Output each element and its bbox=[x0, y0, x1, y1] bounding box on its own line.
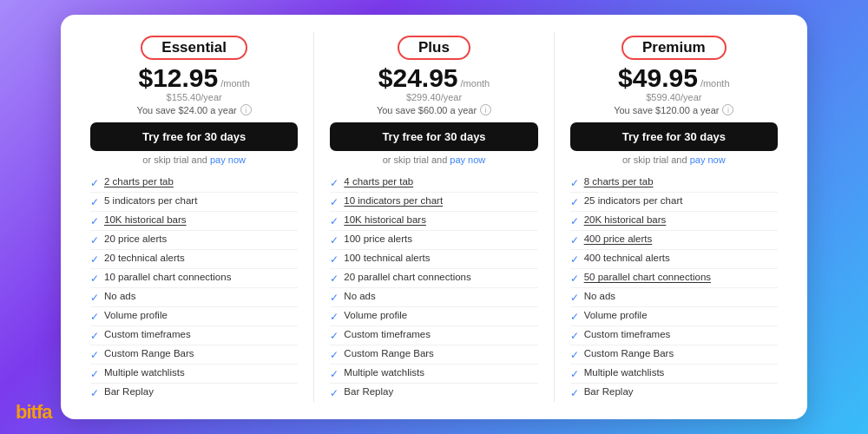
check-icon: ✓ bbox=[90, 177, 99, 189]
list-item: ✓20 parallel chart connections bbox=[330, 269, 537, 288]
check-icon: ✓ bbox=[570, 387, 579, 399]
check-icon: ✓ bbox=[330, 292, 339, 304]
price-row-premium: $49.95/month bbox=[618, 65, 729, 91]
check-icon: ✓ bbox=[90, 273, 99, 285]
list-item: ✓100 technical alerts bbox=[330, 250, 537, 269]
feature-text-essential-9: Custom Range Bars bbox=[104, 348, 194, 358]
price-amount-essential: $12.95 bbox=[138, 65, 218, 91]
list-item: ✓Bar Replay bbox=[330, 384, 537, 402]
list-item: ✓20 price alerts bbox=[90, 231, 298, 250]
cta-button-essential[interactable]: Try free for 30 days bbox=[90, 122, 298, 151]
feature-text-plus-1: 10 indicators per chart bbox=[344, 195, 443, 206]
feature-text-premium-2: 20K historical bars bbox=[584, 214, 667, 225]
check-icon: ✓ bbox=[90, 292, 99, 304]
check-icon: ✓ bbox=[90, 234, 99, 247]
feature-text-essential-0: 2 charts per tab bbox=[104, 176, 174, 187]
list-item: ✓100 price alerts bbox=[330, 231, 537, 250]
feature-text-plus-2: 10K historical bars bbox=[344, 214, 426, 225]
feature-text-premium-7: Volume profile bbox=[584, 310, 648, 320]
pay-now-link-essential[interactable]: pay now bbox=[210, 155, 246, 165]
skip-text-essential: or skip trial and bbox=[142, 155, 210, 165]
list-item: ✓Custom Range Bars bbox=[570, 345, 778, 365]
plan-name-premium: Premium bbox=[621, 36, 727, 60]
check-icon: ✓ bbox=[90, 311, 99, 323]
cta-button-plus[interactable]: Try free for 30 days bbox=[330, 122, 537, 151]
feature-text-plus-7: Volume profile bbox=[344, 310, 407, 320]
feature-text-plus-8: Custom timeframes bbox=[344, 329, 431, 339]
feature-text-premium-3: 400 price alerts bbox=[584, 233, 653, 244]
list-item: ✓Multiple watchlists bbox=[90, 365, 298, 384]
feature-text-essential-11: Bar Replay bbox=[104, 386, 154, 397]
check-icon: ✓ bbox=[570, 177, 579, 189]
list-item: ✓Volume profile bbox=[90, 307, 298, 326]
list-item: ✓Custom Range Bars bbox=[90, 345, 298, 365]
price-period-premium: /month bbox=[700, 78, 730, 89]
list-item: ✓Custom timeframes bbox=[330, 326, 537, 345]
skip-text-premium: or skip trial and bbox=[622, 155, 690, 165]
check-icon: ✓ bbox=[570, 273, 579, 285]
feature-text-premium-4: 400 technical alerts bbox=[584, 253, 670, 263]
feature-text-plus-3: 100 price alerts bbox=[344, 233, 412, 244]
price-row-essential: $12.95/month bbox=[138, 65, 249, 91]
list-item: ✓5 indicators per chart bbox=[90, 193, 298, 212]
check-icon: ✓ bbox=[330, 368, 339, 380]
feature-text-essential-6: No ads bbox=[104, 291, 135, 301]
cta-button-premium[interactable]: Try free for 30 days bbox=[570, 122, 778, 151]
list-item: ✓10 indicators per chart bbox=[330, 193, 537, 212]
save-text-essential: You save $24.00 a year bbox=[137, 105, 237, 115]
info-icon-premium[interactable]: i bbox=[722, 104, 733, 115]
check-icon: ✓ bbox=[330, 387, 339, 399]
check-icon: ✓ bbox=[330, 234, 339, 247]
feature-text-essential-10: Multiple watchlists bbox=[104, 367, 185, 378]
check-icon: ✓ bbox=[570, 292, 579, 304]
list-item: ✓10K historical bars bbox=[90, 212, 298, 231]
price-year-essential: $155.40/year bbox=[167, 92, 222, 102]
check-icon: ✓ bbox=[570, 253, 579, 266]
info-icon-essential[interactable]: i bbox=[240, 104, 252, 115]
feature-text-plus-10: Multiple watchlists bbox=[344, 367, 424, 378]
list-item: ✓Multiple watchlists bbox=[330, 365, 537, 384]
plan-col-essential: Essential$12.95/month$155.40/yearYou sav… bbox=[75, 32, 314, 402]
feature-text-plus-5: 20 parallel chart connections bbox=[344, 272, 470, 282]
pay-now-link-plus[interactable]: pay now bbox=[450, 155, 485, 165]
check-icon: ✓ bbox=[330, 273, 339, 285]
check-icon: ✓ bbox=[330, 215, 339, 227]
info-icon-plus[interactable]: i bbox=[480, 104, 491, 115]
feature-text-plus-11: Bar Replay bbox=[344, 386, 393, 397]
plan-col-plus: Plus$24.95/month$299.40/yearYou save $60… bbox=[314, 32, 554, 402]
price-year-plus: $299.40/year bbox=[406, 92, 462, 102]
price-amount-plus: $24.95 bbox=[378, 65, 458, 91]
check-icon: ✓ bbox=[90, 368, 99, 380]
check-icon: ✓ bbox=[90, 215, 99, 227]
feature-text-essential-2: 10K historical bars bbox=[104, 214, 187, 225]
plan-col-premium: Premium$49.95/month$599.40/yearYou save … bbox=[555, 32, 793, 402]
list-item: ✓Custom timeframes bbox=[90, 326, 298, 345]
check-icon: ✓ bbox=[330, 330, 339, 342]
check-icon: ✓ bbox=[570, 349, 579, 361]
price-amount-premium: $49.95 bbox=[618, 65, 698, 91]
save-text-premium: You save $120.00 a year bbox=[614, 105, 719, 115]
list-item: ✓10K historical bars bbox=[330, 212, 537, 231]
pricing-cards: Essential$12.95/month$155.40/yearYou sav… bbox=[61, 15, 807, 419]
feature-text-premium-1: 25 indicators per chart bbox=[584, 195, 683, 206]
feature-text-plus-9: Custom Range Bars bbox=[344, 348, 434, 358]
skip-row-essential: or skip trial and pay now bbox=[142, 155, 246, 165]
feature-text-essential-7: Volume profile bbox=[104, 310, 168, 320]
list-item: ✓400 technical alerts bbox=[570, 250, 778, 269]
skip-row-premium: or skip trial and pay now bbox=[622, 155, 726, 165]
check-icon: ✓ bbox=[570, 234, 579, 247]
list-item: ✓400 price alerts bbox=[570, 231, 778, 250]
check-icon: ✓ bbox=[90, 349, 99, 361]
check-icon: ✓ bbox=[330, 311, 339, 323]
price-year-premium: $599.40/year bbox=[646, 92, 701, 102]
check-icon: ✓ bbox=[330, 196, 339, 208]
pay-now-link-premium[interactable]: pay now bbox=[690, 155, 726, 165]
save-row-essential: You save $24.00 a yeari bbox=[137, 104, 252, 115]
list-item: ✓10 parallel chart connections bbox=[90, 269, 298, 288]
feature-text-essential-5: 10 parallel chart connections bbox=[104, 272, 231, 282]
save-row-plus: You save $60.00 a yeari bbox=[377, 104, 491, 115]
features-list-premium: ✓8 charts per tab✓25 indicators per char… bbox=[570, 174, 778, 402]
check-icon: ✓ bbox=[570, 196, 579, 208]
feature-text-essential-1: 5 indicators per chart bbox=[104, 195, 197, 206]
check-icon: ✓ bbox=[330, 253, 339, 266]
